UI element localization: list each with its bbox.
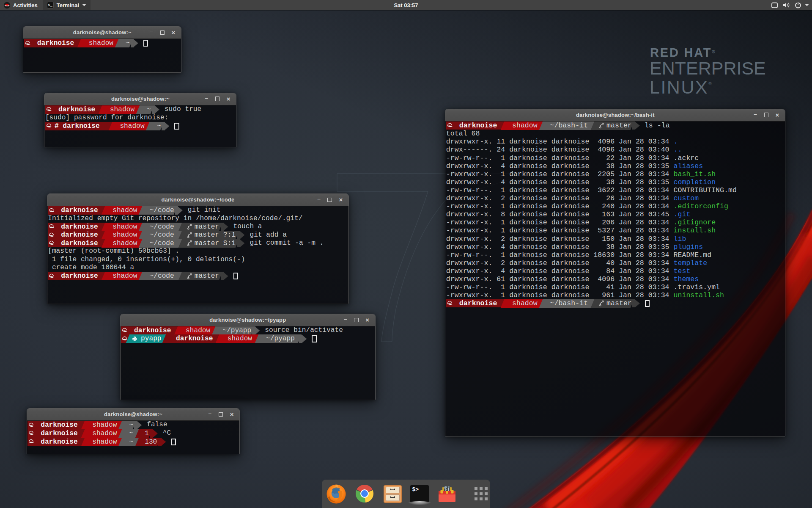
svg-text:LINUX®: LINUX® [650, 77, 713, 97]
svg-text:ENTERPRISE: ENTERPRISE [650, 58, 766, 78]
svg-text:RED HAT®: RED HAT® [650, 46, 716, 59]
svg-text:>_: >_ [48, 3, 52, 8]
